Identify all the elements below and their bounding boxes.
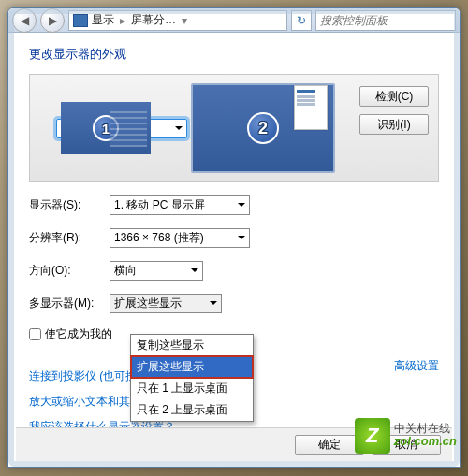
dropdown-option[interactable]: 只在 2 上显示桌面 <box>131 399 253 421</box>
dropdown-option[interactable]: 只在 1 上显示桌面 <box>131 378 253 399</box>
main-display-label: 使它成为我的 <box>45 326 112 342</box>
watermark: Z 中关村在线 zol.com.cn <box>355 418 457 454</box>
watermark-en: zol.com.cn <box>394 435 457 448</box>
resolution-select[interactable]: 1366 × 768 (推荐) <box>110 228 250 248</box>
display-label: 显示器(S): <box>29 197 104 213</box>
main-display-checkbox[interactable] <box>29 328 41 340</box>
monitor-number: 2 <box>247 112 279 144</box>
keyboard-icon <box>110 108 147 147</box>
monitor-2[interactable]: 2 <box>191 83 335 173</box>
advanced-settings-link[interactable]: 高级设置 <box>394 358 439 374</box>
zol-logo-icon: Z <box>355 418 390 454</box>
dropdown-option[interactable]: 复制这些显示 <box>131 335 253 356</box>
breadcrumb-text: 显示 <box>92 12 114 28</box>
breadcrumb-text: 屏幕分… <box>131 12 176 28</box>
multi-display-label: 多显示器(M): <box>29 296 104 311</box>
breadcrumb-dropdown[interactable]: ▾ <box>180 14 189 27</box>
dropdown-option-selected[interactable]: 扩展这些显示 <box>131 356 253 378</box>
identify-button[interactable]: 识别(I) <box>359 114 429 135</box>
breadcrumb-sep: ▸ <box>118 14 127 27</box>
control-panel-icon <box>73 14 88 27</box>
multi-display-dropdown: 复制这些显示 扩展这些显示 只在 1 上显示桌面 只在 2 上显示桌面 <box>130 334 254 422</box>
monitor-preview-area[interactable]: 1 2 检测(C) 识别(I) <box>29 74 439 182</box>
display-select[interactable]: 1. 移动 PC 显示屏 <box>110 195 250 215</box>
multi-display-select[interactable]: 扩展这些显示 <box>110 294 222 313</box>
detect-button[interactable]: 检测(C) <box>359 86 429 107</box>
address-bar[interactable]: 显示 ▸ 屏幕分… ▾ <box>68 10 287 31</box>
document-icon <box>294 85 328 130</box>
control-panel-window: ◀ ▶ 显示 ▸ 屏幕分… ▾ ↻ 更改显示器的外观 1 2 <box>7 7 461 468</box>
resolution-label: 分辨率(R): <box>29 230 104 246</box>
page-title: 更改显示器的外观 <box>29 46 439 63</box>
nav-back-button[interactable]: ◀ <box>12 8 37 33</box>
orientation-label: 方向(O): <box>29 263 104 279</box>
titlebar: ◀ ▶ 显示 ▸ 屏幕分… ▾ ↻ <box>8 8 460 33</box>
search-input[interactable] <box>315 10 456 31</box>
refresh-button[interactable]: ↻ <box>291 10 312 31</box>
orientation-select[interactable]: 横向 <box>110 261 203 281</box>
monitor-1[interactable]: 1 <box>56 119 187 138</box>
nav-forward-button[interactable]: ▶ <box>40 8 65 33</box>
